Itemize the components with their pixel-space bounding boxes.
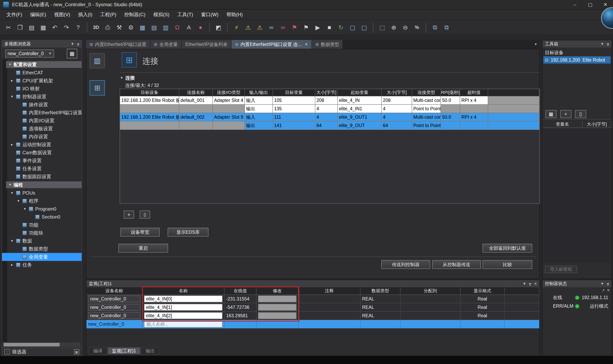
cell-comment[interactable] [298, 295, 361, 303]
show-eds-library-button[interactable]: 显示EDS库 [168, 228, 209, 236]
tab-close-icon[interactable]: ✕ [305, 42, 308, 47]
cell-size[interactable]: 208 [315, 96, 338, 105]
monitor-2-icon[interactable]: ▢ [359, 22, 369, 33]
flag-clear-icon[interactable]: ⚑ [301, 22, 311, 33]
sidebar-item-global-variables[interactable]: 全局变量 [2, 253, 82, 261]
cell-target-variable[interactable]: 141 [273, 121, 315, 130]
cell-size2[interactable]: 208 [382, 96, 412, 105]
zoom-out-icon[interactable]: ⊖ [400, 22, 411, 33]
restore-defaults-button[interactable]: 全部返回到默认值 [483, 244, 532, 253]
run-mode-icon[interactable]: ▶ [312, 22, 323, 33]
menu-simulation[interactable]: 模拟(S) [150, 9, 173, 20]
tab-watch-project1[interactable]: 监视(工程)1 [108, 347, 140, 354]
sidebar-item-builtin-ethernet-ip-port[interactable]: 内置EtherNet/IP端口设置 [2, 109, 82, 117]
target-device-item[interactable]: ⊟ 192.168.1.200 Elite Robot [543, 56, 611, 64]
cell-modify-value[interactable] [256, 303, 298, 312]
sidebar-item-operation-settings[interactable]: 操作设置 [2, 101, 82, 109]
cell-variable-name[interactable]: elite_4_IN[1] [142, 303, 224, 312]
cell-start-variable[interactable]: elite_9_OUT [338, 121, 382, 130]
tab-list-dropdown-icon[interactable]: ▼ [532, 40, 540, 49]
menu-controller[interactable]: 控制器(C) [120, 9, 149, 20]
cell-connection-type[interactable]: Point to Point c [412, 121, 441, 130]
sidebar-item-functions[interactable]: 功能 [2, 221, 82, 229]
cell-online-value[interactable] [224, 320, 256, 328]
cell-direction[interactable]: 输入 [245, 113, 273, 121]
synchronize-icon[interactable]: ↻ [336, 22, 346, 33]
connection-view-button[interactable]: ⊞ [90, 80, 105, 95]
window-split-icon[interactable]: ⧉ [430, 22, 440, 33]
cell-connection-name[interactable]: default_001 [179, 96, 213, 105]
undo-icon[interactable]: ↶ [50, 22, 60, 33]
chevron-down-icon[interactable]: ▼ [71, 42, 74, 46]
cell-allocated[interactable] [401, 312, 460, 320]
cell-target-variable[interactable]: 111 [273, 113, 315, 121]
sidebar-item-function-blocks[interactable]: 功能块 [2, 229, 82, 237]
controller-view-button[interactable]: ▦ [67, 49, 77, 58]
variable-name-input[interactable] [144, 321, 223, 327]
pin-icon[interactable]: ┳ [607, 42, 609, 46]
cell-display-format[interactable]: Real [460, 303, 504, 312]
cell-timeout[interactable]: RPI x 4 [460, 96, 488, 105]
sidebar-item-option-board[interactable]: 选项板设置 [2, 125, 82, 133]
monitor-icon[interactable]: ▢ [347, 22, 358, 33]
sidebar-item-cpu-rack[interactable]: CPU/扩展机架 [2, 77, 82, 85]
cut-icon[interactable]: ✂ [3, 22, 14, 33]
cell-connection-type[interactable]: Multi-cast conn [412, 96, 441, 105]
maximize-button[interactable]: ▢ [583, 0, 598, 9]
cell-target-device[interactable]: 192.168.1.200 Elite Robot 服 [120, 113, 179, 121]
section-configuration[interactable]: 配置和设置 [6, 61, 82, 68]
cell-variable-name[interactable]: elite_4_IN[0] [142, 295, 224, 303]
help-icon[interactable]: ? [73, 22, 83, 33]
cell-allocated[interactable] [401, 303, 460, 312]
delete-connection-button[interactable]: ▯ [140, 210, 150, 219]
go-online-icon[interactable]: ⚡ [231, 22, 242, 33]
add-connection-button[interactable]: + [124, 210, 134, 219]
cell-online-value[interactable]: -547.72736 [224, 303, 256, 312]
pin-icon[interactable]: ┳ [77, 42, 79, 46]
tab-data-types[interactable]: ⊞ 数据类型 [312, 40, 343, 49]
transfer-from-controller-button[interactable]: 从控制器传送 [432, 260, 481, 269]
warning-monitor-icon[interactable]: ⚠ [243, 22, 253, 33]
menu-file[interactable]: 文件(F) [2, 9, 26, 20]
compare-button[interactable]: 比较 [483, 260, 532, 269]
cell-target-variable[interactable]: 105 [273, 96, 315, 105]
transfer-to-controller-button[interactable]: 传送到控制器 [381, 260, 430, 269]
cell-size2[interactable]: 64 [382, 121, 412, 130]
cell-device-name[interactable]: new_Controller_0 [86, 312, 142, 320]
add-device-button[interactable]: + [560, 110, 571, 118]
cell-display-format[interactable]: Real [460, 295, 504, 303]
cell-size[interactable]: 4 [315, 113, 338, 121]
record-icon[interactable]: ● [195, 22, 206, 33]
sidebar-item-event-settings[interactable]: 事件设置 [2, 157, 82, 165]
menu-project[interactable]: 工程(P) [96, 9, 120, 20]
chevron-down-icon[interactable]: ▼ [523, 282, 526, 286]
tab-output[interactable]: 输出 [141, 347, 159, 354]
cell-allocated[interactable] [401, 320, 460, 328]
copy-icon[interactable]: ❐ [15, 22, 25, 33]
sidebar-item-data[interactable]: 数据 [2, 237, 82, 245]
cell-comment[interactable] [298, 312, 361, 320]
view-3d-icon[interactable]: 3D [91, 22, 101, 33]
cell-size[interactable]: 64 [315, 121, 338, 130]
minimize-button[interactable]: – [567, 0, 583, 9]
cell-device-name[interactable]: new_Controller_0 [86, 320, 142, 328]
zoom-select-icon[interactable]: ⬚ [377, 22, 387, 33]
cell-modify-value[interactable] [256, 295, 298, 303]
section-programming[interactable]: 编程 [6, 182, 82, 188]
io-map-icon[interactable]: ▥ [160, 22, 171, 33]
stop-mode-icon[interactable]: ■ [324, 22, 334, 33]
cell-io-type[interactable]: Adapter Slot 4 [213, 96, 245, 105]
expand-icon[interactable]: ↗ [602, 288, 605, 292]
sidebar-item-tasks[interactable]: 任务 [2, 261, 82, 269]
close-icon[interactable]: ✕ [607, 288, 610, 292]
sidebar-item-motion-control[interactable]: 运动控制设置 [2, 141, 82, 149]
sidebar-item-ethercat[interactable]: EtherCAT [2, 69, 82, 77]
data-grid-icon[interactable]: ▤ [149, 22, 159, 33]
menu-help[interactable]: 帮助(H) [223, 9, 247, 20]
sidebar-item-io-map[interactable]: I/O 映射 [2, 85, 82, 93]
tab-global-variables[interactable]: ⊞ 全局变量 [151, 40, 182, 49]
pin-icon[interactable]: ┳ [607, 282, 609, 286]
cell-direction[interactable]: 输入 [245, 96, 273, 105]
cell-allocated[interactable] [401, 295, 460, 303]
flag-set-icon[interactable]: ⚑ [289, 22, 300, 33]
